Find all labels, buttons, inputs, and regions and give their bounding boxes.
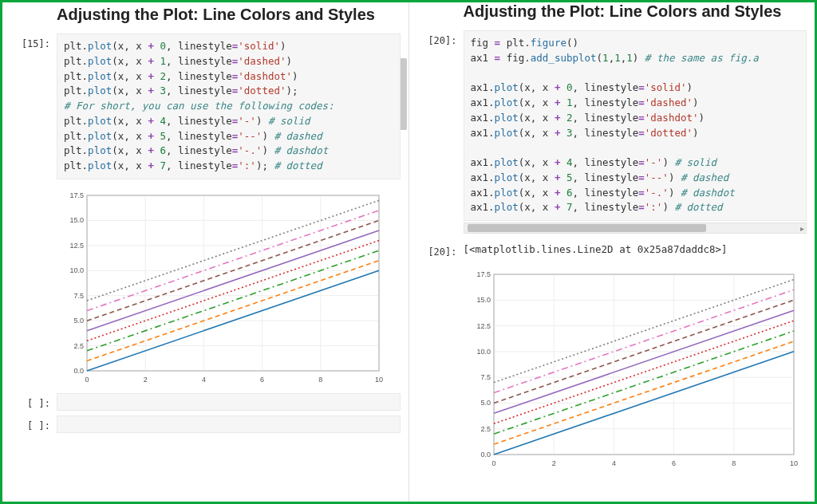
svg-text:2: 2 — [551, 459, 555, 467]
svg-text:8: 8 — [732, 459, 736, 467]
output-text: [<matplotlib.lines.Line2D at 0x25a87dadd… — [464, 242, 807, 258]
svg-text:10.0: 10.0 — [476, 348, 491, 356]
section-heading: Adjusting the Plot: Line Colors and Styl… — [420, 2, 807, 26]
code-cell[interactable]: [20]: fig = plt.figure() ax1 = fig.add_s… — [420, 30, 807, 234]
svg-text:6: 6 — [672, 459, 676, 467]
svg-text:15.0: 15.0 — [476, 296, 491, 304]
svg-text:5.0: 5.0 — [480, 399, 491, 407]
svg-text:4: 4 — [611, 459, 615, 467]
svg-text:7.5: 7.5 — [480, 373, 491, 381]
svg-text:4: 4 — [202, 376, 206, 384]
output-cell: [20]: [<matplotlib.lines.Line2D at 0x25a… — [420, 242, 807, 472]
empty-code-cell[interactable]: [ ]: — [14, 415, 401, 433]
notebook-left-pane[interactable]: Adjusting the Plot: Line Colors and Styl… — [2, 2, 409, 502]
svg-text:10: 10 — [375, 376, 383, 384]
in-prompt-empty: [ ]: — [14, 393, 57, 409]
svg-rect-0 — [87, 195, 379, 371]
code-editor[interactable]: plt.plot(x, x + 0, linestyle='solid') pl… — [57, 33, 401, 179]
svg-text:0: 0 — [85, 376, 89, 384]
svg-text:7.5: 7.5 — [73, 291, 84, 299]
svg-text:17.5: 17.5 — [69, 191, 84, 199]
in-prompt: [20]: — [420, 30, 464, 46]
svg-rect-38 — [494, 274, 794, 455]
svg-text:0.0: 0.0 — [480, 451, 491, 459]
code-editor[interactable]: fig = plt.figure() ax1 = fig.add_subplot… — [464, 30, 807, 221]
code-editor-empty[interactable] — [57, 393, 401, 411]
code-editor-empty[interactable] — [57, 415, 401, 433]
svg-text:15.0: 15.0 — [69, 216, 84, 224]
empty-code-cell[interactable]: [ ]: — [14, 393, 401, 411]
section-heading: Adjusting the Plot: Line Colors and Styl… — [14, 2, 401, 29]
in-prompt-empty: [ ]: — [14, 415, 57, 431]
code-cell[interactable]: [15]: plt.plot(x, x + 0, linestyle='soli… — [14, 33, 401, 388]
horizontal-scrollbar[interactable]: ▸ — [464, 222, 807, 234]
output-plot: 0.02.55.07.510.012.515.017.50246810 — [464, 270, 807, 472]
svg-text:12.5: 12.5 — [69, 242, 84, 250]
output-plot: 0.02.55.07.510.012.515.017.50246810 — [57, 191, 401, 388]
scrollbar-thumb[interactable] — [468, 224, 707, 232]
svg-text:12.5: 12.5 — [476, 322, 491, 330]
notebook-right-pane[interactable]: Adjusting the Plot: Line Colors and Styl… — [409, 2, 815, 502]
in-prompt: [15]: — [14, 33, 57, 49]
svg-text:0.0: 0.0 — [73, 367, 84, 375]
svg-text:5.0: 5.0 — [73, 317, 84, 325]
svg-text:6: 6 — [260, 376, 264, 384]
svg-text:8: 8 — [318, 376, 322, 384]
out-prompt: [20]: — [420, 242, 464, 258]
svg-text:10: 10 — [789, 459, 797, 467]
svg-text:2.5: 2.5 — [480, 425, 491, 433]
svg-text:2: 2 — [144, 376, 148, 384]
svg-text:17.5: 17.5 — [476, 270, 491, 278]
svg-text:0: 0 — [491, 459, 495, 467]
scroll-right-icon[interactable]: ▸ — [798, 224, 806, 233]
svg-text:10.0: 10.0 — [69, 266, 84, 274]
app-frame: { "left": { "title": "Adjusting the Plot… — [0, 0, 817, 504]
svg-text:2.5: 2.5 — [73, 341, 84, 349]
